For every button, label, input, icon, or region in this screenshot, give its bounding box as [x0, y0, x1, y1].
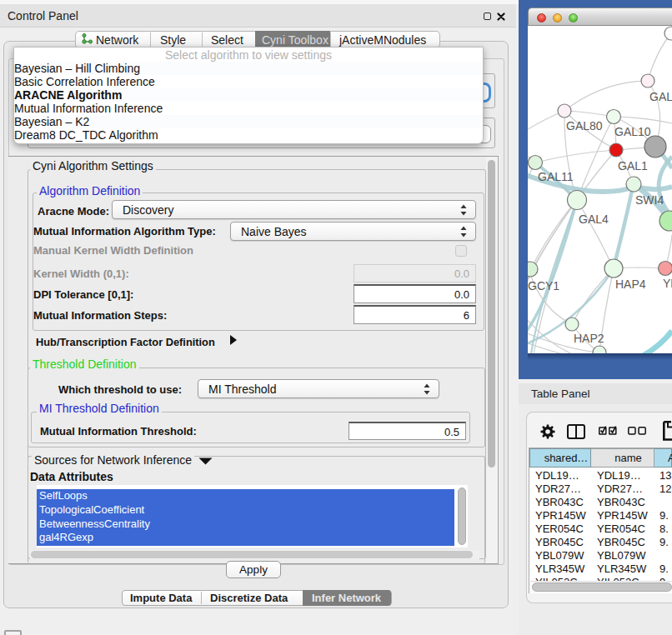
svg-text:GAL4: GAL4 — [579, 212, 609, 226]
svg-text:HAP2: HAP2 — [574, 332, 604, 345]
svg-text:HAP4: HAP4 — [615, 278, 646, 291]
svg-text:GAL10: GAL10 — [614, 125, 651, 138]
svg-text:YD: YD — [663, 277, 672, 290]
svg-text:GAL80: GAL80 — [566, 119, 603, 132]
svg-text:GAL1: GAL1 — [618, 159, 648, 172]
svg-text:GCY1: GCY1 — [528, 279, 559, 292]
svg-text:GAL11: GAL11 — [538, 170, 574, 183]
svg-text:GAL2: GAL2 — [649, 90, 672, 103]
svg-text:SWI4: SWI4 — [635, 193, 664, 207]
